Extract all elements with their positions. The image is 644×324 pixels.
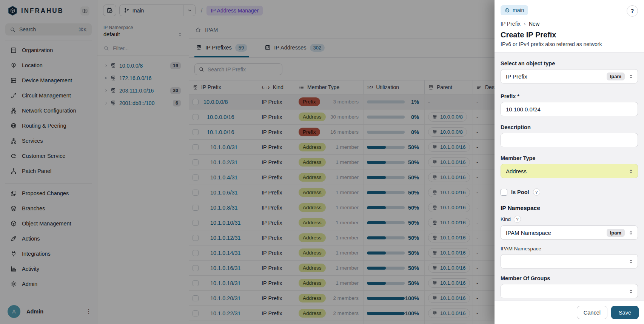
is-pool-label: Is Pool	[511, 189, 529, 195]
help-button[interactable]: ?	[627, 5, 638, 17]
prefix-label: Prefix *	[501, 93, 638, 99]
branch-badge-label: main	[513, 7, 524, 13]
ip-namespace-heading: IP Namespace	[501, 205, 638, 211]
member-type-value: Address	[506, 168, 628, 174]
app-window: INFRAHUB Search ⌘K Organization Location…	[0, 0, 644, 324]
drawer-form: Select an object type IP Prefix Ipam Pre…	[495, 52, 644, 301]
member-of-groups-select[interactable]	[501, 284, 638, 298]
breadcrumb-chevron: ›	[524, 21, 525, 27]
kind-select[interactable]: IPAM Namespace Ipam	[501, 225, 638, 240]
member-type-label: Member Type	[501, 155, 638, 161]
kind-label-text: Kind	[501, 216, 511, 222]
drawer-header: main ? IP Prefix › New Create IP Prefix …	[495, 0, 644, 52]
drawer-breadcrumb: IP Prefix › New	[501, 21, 638, 27]
drawer-title: Create IP Prefix	[501, 31, 638, 39]
ipam-namespace-label: IPAM Namespace	[501, 246, 638, 251]
kind-help-icon[interactable]: ?	[514, 216, 521, 223]
cancel-button[interactable]: Cancel	[577, 306, 607, 319]
breadcrumb-current: New	[529, 21, 539, 27]
object-type-value: IP Prefix	[506, 73, 607, 80]
chevron-updown-icon	[628, 230, 634, 236]
is-pool-row: Is Pool ?	[501, 188, 638, 196]
is-pool-checkbox[interactable]	[501, 189, 507, 196]
member-of-groups-label: Member Of Groups	[501, 275, 638, 281]
drawer-footer: Cancel Save	[495, 301, 644, 324]
ipam-tag: Ipam	[607, 73, 625, 80]
chevron-updown-icon	[628, 74, 634, 79]
chevron-updown-icon	[628, 289, 634, 294]
layers-icon	[505, 8, 510, 13]
drawer-subtitle: IPv6 or IPv4 prefix also referred as net…	[501, 41, 638, 47]
create-ip-prefix-drawer: main ? IP Prefix › New Create IP Prefix …	[495, 0, 644, 324]
save-button[interactable]: Save	[611, 306, 639, 319]
chevron-updown-icon	[628, 168, 634, 174]
kind-value: IPAM Namespace	[506, 230, 607, 236]
prefix-input[interactable]	[501, 102, 638, 116]
is-pool-help-icon[interactable]: ?	[533, 188, 540, 196]
description-label: Description	[501, 124, 638, 130]
breadcrumb-parent[interactable]: IP Prefix	[501, 21, 521, 27]
modal-overlay[interactable]	[0, 0, 495, 324]
chevron-updown-icon	[628, 259, 634, 264]
description-input[interactable]	[501, 133, 638, 147]
member-type-select[interactable]: Address	[501, 164, 638, 178]
object-type-select[interactable]: IP Prefix Ipam	[501, 69, 638, 83]
object-type-label: Select an object type	[501, 60, 638, 66]
branch-badge: main	[501, 5, 528, 15]
ipam-tag: Ipam	[607, 229, 625, 237]
kind-label: Kind ?	[501, 216, 638, 223]
ipam-namespace-select[interactable]	[501, 254, 638, 268]
